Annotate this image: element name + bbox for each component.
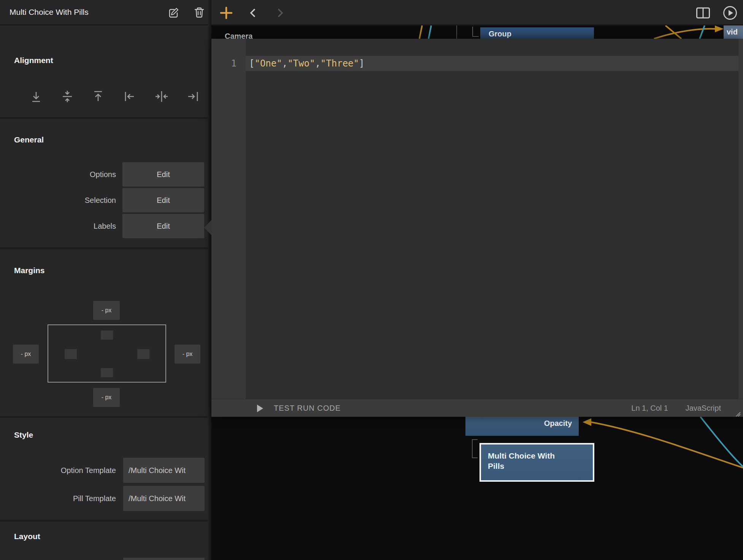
section-title-general: General — [14, 135, 44, 144]
language-label: JavaScript — [686, 399, 721, 417]
sidebar-edge — [208, 0, 211, 560]
section-divider — [0, 416, 208, 418]
add-node-icon[interactable] — [219, 6, 233, 20]
section-divider — [0, 117, 208, 119]
margin-preview-box — [48, 324, 166, 383]
trash-icon[interactable] — [192, 6, 206, 19]
node-vid[interactable]: vid — [724, 25, 743, 39]
wire-orange-segment — [419, 25, 422, 39]
section-title-margins: Margins — [14, 266, 45, 275]
align-horizontal-center-icon[interactable] — [154, 89, 169, 104]
wire-teal-curve — [700, 417, 743, 467]
code-bracket-close: ] — [359, 58, 364, 69]
back-icon[interactable] — [248, 8, 259, 18]
resize-handle-icon[interactable] — [735, 411, 741, 417]
wires-bottom — [211, 417, 743, 560]
layout-field-partial[interactable] — [123, 558, 205, 560]
test-run-code-button[interactable]: TEST RUN CODE — [274, 399, 341, 417]
selection-edit-button[interactable]: Edit — [122, 188, 204, 212]
wire-orange-to-vid — [654, 29, 716, 39]
play-icon[interactable] — [722, 5, 738, 21]
align-top-icon[interactable] — [90, 89, 106, 104]
margin-handle-right[interactable] — [137, 349, 149, 359]
hierarchy-bracket — [472, 440, 478, 458]
run-play-icon[interactable] — [256, 404, 264, 413]
line-number: 1 — [211, 56, 237, 71]
labels-edit-button[interactable]: Edit — [122, 214, 204, 238]
code-editor-panel: 1 ["One","Two","Three"] TEST RUN CODE Ln… — [211, 39, 743, 417]
code-string-three: "Three" — [321, 58, 359, 69]
properties-sidebar: Multi Choice With Pills Alignment — [0, 0, 211, 560]
wire-orange-curve — [591, 422, 743, 468]
app-window: Camera Group vid Opacity Multi Choice Wi… — [0, 0, 743, 560]
margin-bottom-field[interactable]: - px — [93, 388, 120, 407]
selection-label: Selection — [0, 188, 116, 212]
editor-anchor-notch — [204, 220, 212, 236]
panel-title: Multi Choice With Pills — [10, 0, 89, 24]
hierarchy-elbow-top — [473, 27, 479, 36]
pill-template-field[interactable]: /Multi Choice Wit — [123, 486, 205, 511]
code-comma: , — [282, 58, 287, 69]
section-title-layout: Layout — [14, 532, 40, 541]
code-comma: , — [315, 58, 320, 69]
arrowhead-orange-right — [715, 25, 724, 32]
labels-label: Labels — [0, 214, 116, 238]
margin-right-field[interactable]: - px — [175, 345, 200, 364]
sidebar-header: Multi Choice With Pills — [0, 0, 208, 25]
align-vertical-center-icon[interactable] — [60, 89, 75, 104]
editor-scrollbar-track[interactable] — [738, 39, 743, 399]
node-graph-canvas-bottom[interactable]: Opacity Multi Choice With Pills — [211, 417, 743, 560]
cursor-position-label: Ln 1, Col 1 — [631, 399, 668, 417]
pill-template-label: Pill Template — [0, 486, 116, 511]
code-bracket-open: [ — [249, 58, 254, 69]
code-string-two: "Two" — [287, 58, 315, 69]
margin-handle-bottom[interactable] — [101, 368, 113, 377]
section-divider — [0, 520, 208, 522]
node-multi-choice-label: Multi Choice With Pills — [488, 451, 558, 471]
code-string-one: "One" — [254, 58, 282, 69]
margin-handle-top[interactable] — [101, 331, 113, 340]
section-title-alignment: Alignment — [14, 56, 53, 65]
edit-pencil-icon[interactable] — [167, 6, 180, 19]
node-group[interactable]: Group — [480, 27, 594, 40]
wire-teal-segment — [429, 25, 431, 39]
section-title-style: Style — [14, 430, 33, 440]
node-multi-choice-with-pills[interactable]: Multi Choice With Pills — [479, 443, 594, 482]
node-graph-canvas-top[interactable]: Camera Group vid — [211, 25, 743, 39]
margin-left-field[interactable]: - px — [13, 345, 39, 364]
margin-handle-left[interactable] — [65, 349, 77, 359]
align-left-icon[interactable] — [122, 89, 138, 104]
option-template-field[interactable]: /Multi Choice Wit — [123, 458, 205, 483]
wires-top — [211, 25, 743, 39]
options-edit-button[interactable]: Edit — [122, 162, 204, 187]
code-line[interactable]: ["One","Two","Three"] — [249, 56, 364, 71]
section-divider — [0, 247, 208, 249]
editor-gutter — [211, 39, 246, 399]
editor-statusbar: TEST RUN CODE Ln 1, Col 1 JavaScript — [211, 399, 743, 417]
margin-top-field[interactable]: - px — [93, 301, 120, 320]
options-label: Options — [0, 162, 116, 187]
wire-teal-cross — [700, 25, 705, 39]
forward-icon[interactable] — [275, 8, 285, 18]
arrowhead-orange-left — [583, 418, 591, 426]
align-right-icon[interactable] — [185, 89, 200, 104]
option-template-label: Option Template — [0, 458, 116, 483]
align-bottom-icon[interactable] — [29, 89, 44, 104]
split-view-icon[interactable] — [696, 7, 710, 19]
